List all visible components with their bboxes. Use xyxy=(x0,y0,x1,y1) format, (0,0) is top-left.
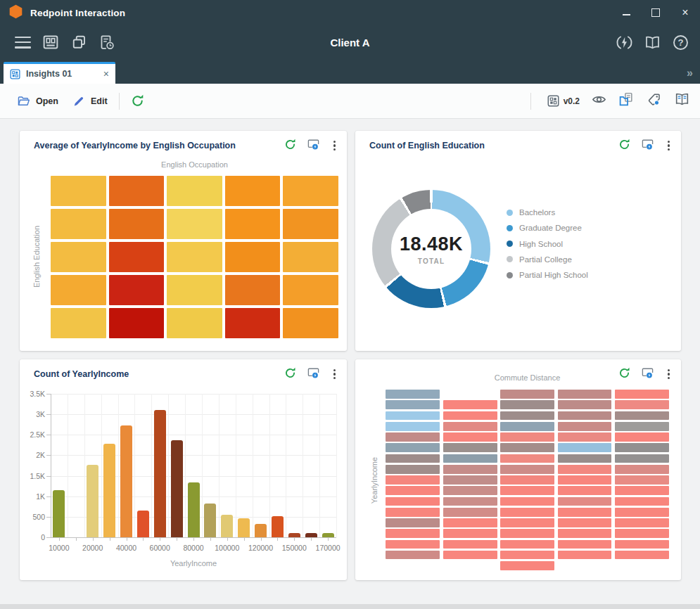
heatmap-cell[interactable] xyxy=(386,400,440,409)
bar[interactable] xyxy=(221,515,233,537)
tab-overflow-button[interactable]: » xyxy=(687,67,693,79)
minimize-button[interactable] xyxy=(611,2,641,23)
documentation-button[interactable] xyxy=(638,28,666,56)
heatmap-cell[interactable] xyxy=(225,308,281,338)
dashboards-button[interactable] xyxy=(37,28,65,56)
heatmap-cell[interactable] xyxy=(558,497,612,506)
heatmap-cell[interactable] xyxy=(500,529,554,538)
heatmap-cell[interactable] xyxy=(386,551,440,560)
close-button[interactable]: × xyxy=(670,2,700,23)
card-refresh-button[interactable] xyxy=(284,367,296,382)
heatmap-cell[interactable] xyxy=(109,242,165,272)
bar[interactable] xyxy=(305,533,317,537)
copy-pages-button[interactable] xyxy=(65,28,93,56)
heatmap-cell[interactable] xyxy=(225,209,281,239)
heatmap-cell[interactable] xyxy=(558,540,612,549)
heatmap-cell[interactable] xyxy=(615,497,669,506)
bar[interactable] xyxy=(322,533,334,537)
legend-item[interactable]: Bachelors xyxy=(507,207,555,218)
heatmap-cell[interactable] xyxy=(386,411,440,421)
heatmap-cell[interactable] xyxy=(615,400,669,409)
heatmap-cell[interactable] xyxy=(500,508,554,517)
heatmap-cell[interactable] xyxy=(443,454,497,463)
heatmap-cell[interactable] xyxy=(558,465,612,474)
legend-item[interactable]: High School xyxy=(507,238,563,250)
heatmap-cell[interactable] xyxy=(500,390,554,399)
heatmap-cell[interactable] xyxy=(615,443,669,452)
heatmap-cell[interactable] xyxy=(283,176,338,206)
heatmap-cell[interactable] xyxy=(558,529,612,538)
heatmap-cell[interactable] xyxy=(615,422,669,431)
heatmap-cell[interactable] xyxy=(283,275,338,305)
bar[interactable] xyxy=(238,518,250,537)
heatmap-cell[interactable] xyxy=(500,465,554,474)
preview-button[interactable] xyxy=(592,92,606,110)
heatmap-cell[interactable] xyxy=(615,486,669,495)
open-button[interactable]: Open xyxy=(10,89,65,113)
heatmap-cell[interactable] xyxy=(500,454,554,463)
heatmap-cell[interactable] xyxy=(500,497,554,506)
heatmap-cell[interactable] xyxy=(225,176,281,206)
heatmap-cell[interactable] xyxy=(500,551,554,560)
bar[interactable] xyxy=(272,516,284,537)
heatmap-cell[interactable] xyxy=(443,518,497,527)
heatmap-cell[interactable] xyxy=(386,465,440,474)
heatmap-cell[interactable] xyxy=(443,422,497,431)
heatmap-cell[interactable] xyxy=(500,486,554,495)
heatmap-cell[interactable] xyxy=(500,411,554,421)
heatmap-cell[interactable] xyxy=(558,518,612,527)
heatmap-cell[interactable] xyxy=(283,242,338,272)
heatmap-cell[interactable] xyxy=(558,454,612,463)
tag-button[interactable] xyxy=(647,92,662,110)
legend-item[interactable]: Partial College xyxy=(507,254,572,265)
heatmap-cell[interactable] xyxy=(167,308,222,338)
bar[interactable] xyxy=(171,440,183,537)
bar[interactable] xyxy=(188,482,200,537)
heatmap-cell[interactable] xyxy=(615,432,669,442)
heatmap-cell[interactable] xyxy=(109,275,165,305)
heatmap-cell[interactable] xyxy=(615,411,669,421)
bar[interactable] xyxy=(103,444,115,538)
card-menu-button[interactable] xyxy=(665,139,673,153)
heatmap-cell[interactable] xyxy=(443,475,497,485)
heatmap-cell[interactable] xyxy=(558,422,612,431)
heatmap-cell[interactable] xyxy=(443,551,497,560)
heatmap-cell[interactable] xyxy=(443,465,497,474)
heatmap-cell[interactable] xyxy=(167,209,222,239)
heatmap-cell[interactable] xyxy=(500,475,554,485)
heatmap-cell[interactable] xyxy=(500,518,554,527)
heatmap-cell[interactable] xyxy=(443,443,497,452)
heatmap-cell[interactable] xyxy=(500,400,554,409)
heatmap-cell[interactable] xyxy=(500,443,554,452)
heatmap-cell[interactable] xyxy=(558,551,612,560)
card-refresh-button[interactable] xyxy=(618,367,630,382)
card-menu-button[interactable] xyxy=(331,139,338,153)
edit-button[interactable]: Edit xyxy=(65,89,115,113)
run-automation-button[interactable] xyxy=(610,28,638,56)
heatmap-cell[interactable] xyxy=(167,275,222,305)
heatmap-cell[interactable] xyxy=(386,529,440,538)
tab-close-button[interactable]: × xyxy=(103,69,109,79)
tab-insights-01[interactable]: Insights 01 × xyxy=(4,62,115,84)
heatmap-cell[interactable] xyxy=(558,432,612,442)
heatmap-cell[interactable] xyxy=(109,308,165,338)
heatmap-cell[interactable] xyxy=(443,529,497,538)
heatmap-cell[interactable] xyxy=(386,475,440,485)
document-history-button[interactable] xyxy=(93,28,121,56)
heatmap-cell[interactable] xyxy=(109,176,165,206)
card-menu-button[interactable] xyxy=(331,368,338,381)
bar[interactable] xyxy=(53,490,65,537)
card-refresh-button[interactable] xyxy=(284,139,296,153)
copy-report-button[interactable] xyxy=(618,91,635,110)
heatmap-cell[interactable] xyxy=(51,308,106,338)
card-refresh-button[interactable] xyxy=(618,139,630,153)
heatmap-cell[interactable] xyxy=(443,400,497,409)
heatmap-cell[interactable] xyxy=(225,242,281,272)
heatmap-cell[interactable] xyxy=(386,390,440,399)
heatmap-cell[interactable] xyxy=(386,443,440,452)
heatmap-cell[interactable] xyxy=(443,497,497,506)
heatmap-cell[interactable] xyxy=(615,529,669,538)
heatmap-cell[interactable] xyxy=(443,540,497,549)
heatmap-cell[interactable] xyxy=(500,432,554,442)
heatmap-cell[interactable] xyxy=(558,475,612,485)
